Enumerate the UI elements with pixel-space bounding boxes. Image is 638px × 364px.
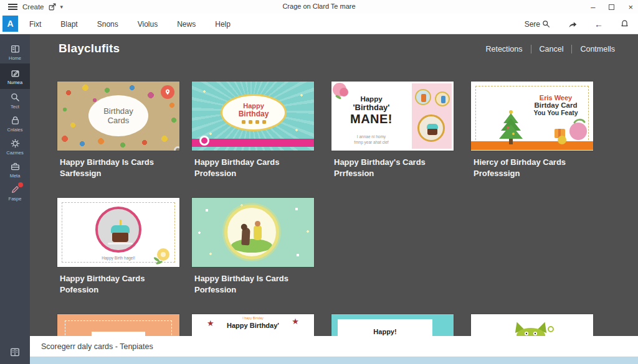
card-title-text: Cards [108,116,130,125]
caption-line: Professsign [474,168,566,179]
figure-decoration [254,225,262,240]
card-subtext: I hapy Birtday [192,316,314,320]
card-title-text: Birthday [103,106,133,116]
caption-line: Prrfession [334,168,426,179]
card-text-block: Eris Weey Birtday Card You You Featy [523,94,588,116]
cancel-button[interactable]: Cancel [531,45,572,54]
menu-item-help[interactable]: Help [215,20,231,29]
menu-item-fixt[interactable]: Fixt [29,20,41,29]
status-text: Scoregerr daly cards - Tenpiates [41,342,153,351]
template-card-6[interactable] [192,198,314,267]
flower-decoration [155,248,171,264]
menubar-right: Sere ← [525,14,629,34]
sidebar-item-faspe[interactable]: Faspe [0,181,30,204]
sunburst-circle [224,205,279,259]
titlebar: Create ▾ Crage on Clard Te mare – × [0,0,638,14]
template-card-7[interactable] [57,314,179,336]
card-title-text: Happy [243,102,264,110]
card-caption: Happy Birthday Is Cards Sarfessign [60,157,154,179]
sidebar-item-label: Home [9,55,21,61]
sidebar-item-meta[interactable]: Meta [0,158,30,181]
template-card-9[interactable]: Happy! [331,314,454,336]
app-window: Create ▾ Crage on Clard Te mare – × A Fi… [0,0,638,364]
card-center-box [92,332,145,336]
caption-line: Happy Birthday Is Cards [60,157,154,168]
close-button[interactable]: × [628,3,633,11]
cupcake-dots [242,120,266,124]
pin-badge-icon [161,85,174,99]
card-center-oval: Happy Birthday [221,94,287,131]
card-text-block: Happy 'Birthday' MANE! I annae ni homy f… [331,82,411,151]
card-caption: Happy Birthday Cards Pofession [60,273,145,296]
template-card-10[interactable] [471,314,593,336]
sidebar-item-cnlaies[interactable]: Cnlaies [0,112,30,135]
figure-badge [415,89,431,105]
sidebar-item-label: Meta [10,173,21,179]
sidebar-item-label: Faspe [9,196,22,202]
sidebar: Home Numea Tect Cnlaies Cazmes [0,34,30,364]
sidebar-item-home[interactable]: Home [0,40,30,63]
caption-line: Porfession [194,284,288,296]
menu-item-news[interactable]: News [177,20,196,29]
share-icon[interactable] [568,19,578,29]
card-title-text: MANE! [331,112,411,126]
new-document-icon [10,68,21,78]
card-title-text: Happy! [338,328,432,335]
card-title-text: Happy Birthday' [192,322,314,329]
retections-button[interactable]: Retections [477,45,530,54]
magnifier-icon [10,92,21,103]
create-menu-button[interactable]: Create ▾ [22,2,63,12]
search-icon [542,20,551,29]
back-icon[interactable]: ← [594,19,603,29]
window-controls: – × [591,0,633,14]
card-caption: Hiercy of Birhday Cards Professsign [474,157,566,179]
caption-line: Sarfessign [60,168,154,179]
template-card-3[interactable]: Happy 'Birthday' MANE! I annae ni homy f… [331,82,454,151]
figure-badge [435,91,450,106]
sidebar-item-numea[interactable]: Numea [0,63,30,89]
selection-handle[interactable] [174,146,179,151]
template-card-1[interactable]: Birthday Cards [57,82,179,151]
figure-decoration [241,228,250,246]
main-content: Blayclufits Retections Cancel Contmells … [30,34,638,336]
contmells-button[interactable]: Contmells [571,45,623,54]
sidebar-item-tect[interactable]: Tect [0,89,30,112]
menu-item-blapt[interactable]: Blapt [60,20,77,29]
cupcake-badge [417,114,445,142]
gear-icon [10,138,21,149]
sidebar-item-label: Tect [11,104,19,110]
tree-decoration [495,109,527,146]
caption-line: Happy Birthday Is Cards [194,273,288,284]
sidebar-item-label: Numea [7,80,22,85]
card-title-text: Birthday [239,110,269,118]
menu-item-snons[interactable]: Snons [97,20,118,29]
menu-items: Fixt Blapt Snons Violus News Help [29,14,231,34]
app-logo[interactable]: A [2,16,18,32]
template-card-8[interactable]: ★ ★ I hapy Birtday Happy Birthday' [192,314,314,336]
create-label: Create [22,3,44,11]
gifts-decoration [551,118,589,145]
menu-item-violus[interactable]: Violus [138,20,158,29]
bottom-panel-button[interactable] [0,347,30,358]
card-title-text: Eris Weey [523,94,588,101]
minimize-button[interactable]: – [591,3,595,11]
slider-handle[interactable] [199,136,209,146]
window-title: Crage on Clard Te mare [282,2,355,10]
sidebar-item-cazmes[interactable]: Cazmes [0,135,30,158]
maximize-button[interactable] [609,4,614,10]
new-window-icon [48,2,57,11]
template-card-5[interactable]: Happy Birth hagel! [57,198,179,267]
caption-line: Happy Birthday's Cards [334,157,426,168]
card-inner-panel: Happy! [338,319,432,336]
card-title-text: Birtday Card [523,101,588,109]
bell-icon[interactable] [620,19,629,29]
bag-icon [10,115,21,126]
template-card-2[interactable]: Happy Birthday [192,82,314,151]
bottom-strip [30,357,638,364]
caption-line: Pofession [60,284,145,296]
creature-decoration [507,318,557,336]
template-card-4[interactable]: Eris Weey Birtday Card You You Featy [471,82,593,151]
caption-line: Happy Birthday Cards [194,157,280,168]
search-button[interactable]: Sere [525,20,551,29]
hamburger-menu-icon[interactable] [8,4,17,10]
